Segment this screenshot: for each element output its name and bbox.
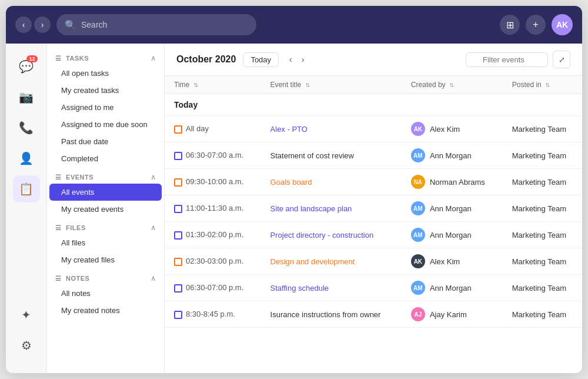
nav-completed[interactable]: Completed — [49, 150, 162, 167]
sidebar-item-contacts[interactable]: 👤 — [13, 145, 40, 172]
nav-all-files[interactable]: All files — [49, 234, 162, 251]
event-creator-cell: AM Ann Morgan — [402, 195, 503, 222]
col-posted-in: Posted in ⇅ — [503, 76, 582, 94]
table-row: 06:30-07:00 p.m. Staffing schedule AM An… — [165, 275, 582, 301]
next-month-button[interactable]: › — [298, 54, 308, 65]
avatar[interactable]: AK — [552, 14, 573, 35]
forward-button[interactable]: › — [34, 16, 51, 33]
creator-avatar: AJ — [411, 307, 425, 321]
event-title-cell: Design and development — [261, 248, 402, 275]
table-row: 01:30-02:00 p.m. Project directory - con… — [165, 222, 582, 248]
events-section-icon: ☰ — [55, 174, 62, 181]
sidebar-icons: 💬 12 📷 📞 👤 📋 ✦ ⚙ — [6, 44, 47, 373]
nav-buttons: ‹ › — [15, 16, 51, 33]
posted-sort-icon: ⇅ — [545, 82, 550, 88]
back-button[interactable]: ‹ — [15, 16, 32, 33]
event-posted-in: Marketing Team — [503, 301, 582, 328]
creator-avatar: NA — [411, 175, 425, 189]
creator-avatar: AM — [411, 228, 425, 242]
settings-icon: ⚙ — [21, 338, 32, 353]
nav-all-notes[interactable]: All notes — [49, 285, 162, 302]
creator-name: Ann Morgan — [430, 284, 472, 292]
event-time: 01:30-02:00 p.m. — [165, 222, 261, 248]
table-row: All day Alex - PTO AK Alex Kim Marketing… — [165, 116, 582, 142]
search-bar: 🔍 — [56, 14, 256, 35]
notes-section-header[interactable]: ☰ NOTES ∧ — [47, 268, 164, 285]
video-icon: 📷 — [19, 90, 34, 104]
prev-month-button[interactable]: ‹ — [286, 54, 296, 65]
event-time: 06:30-07:00 p.m. — [165, 275, 261, 301]
event-time: 09:30-10:00 a.m. — [165, 169, 261, 195]
tasks-chevron-icon: ∧ — [151, 54, 156, 62]
left-panel: ☰ TASKS ∧ All open tasks My created task… — [47, 44, 165, 373]
sidebar-item-chat[interactable]: 💬 12 — [13, 53, 40, 80]
integrations-icon: ✦ — [21, 308, 31, 322]
creator-name: Norman Abrams — [430, 178, 485, 187]
expand-button[interactable]: ⤢ — [553, 51, 570, 68]
phone-icon: 📞 — [19, 121, 34, 135]
nav-my-created-files[interactable]: My created files — [49, 251, 162, 268]
creator-name: Ann Morgan — [430, 204, 472, 213]
event-title-link[interactable]: Site and landscape plan — [270, 204, 352, 213]
today-button[interactable]: Today — [243, 52, 279, 67]
nav-my-created-events[interactable]: My created events — [49, 201, 162, 218]
sidebar-item-phone[interactable]: 📞 — [13, 114, 40, 141]
event-title-link[interactable]: Project directory - construction — [270, 231, 374, 240]
table-row: 09:30-10:00 a.m. Goals board NA Norman A… — [165, 169, 582, 195]
sidebar-item-video[interactable]: 📷 — [13, 84, 40, 111]
event-title-link[interactable]: Goals board — [270, 178, 312, 187]
nav-assigned-due-soon[interactable]: Assigned to me due soon — [49, 116, 162, 133]
nav-my-created-notes[interactable]: My created notes — [49, 302, 162, 319]
nav-past-due-date[interactable]: Past due date — [49, 133, 162, 150]
event-type-icon — [174, 152, 182, 160]
creator-name: Ann Morgan — [430, 231, 472, 240]
creator-name: Alex Kim — [430, 125, 460, 134]
nav-my-created-tasks[interactable]: My created tasks — [49, 82, 162, 99]
event-title-link[interactable]: Staffing schedule — [270, 284, 329, 292]
events-section-header[interactable]: ☰ EVENTS ∧ — [47, 167, 164, 184]
filter-area: ▽ ⤢ — [466, 51, 570, 68]
notes-section-label: NOTES — [66, 275, 89, 282]
sidebar-item-tasks[interactable]: 📋 — [13, 175, 40, 202]
grid-icon: ⊞ — [506, 19, 514, 31]
event-title-link[interactable]: Design and development — [270, 257, 355, 266]
creator-avatar: AM — [411, 201, 425, 215]
nav-all-open-tasks[interactable]: All open tasks — [49, 65, 162, 82]
event-type-icon — [174, 205, 182, 213]
sidebar-item-integrations[interactable]: ✦ — [13, 301, 40, 328]
search-input[interactable] — [81, 20, 248, 29]
topbar: ‹ › 🔍 ⊞ + AK — [6, 6, 582, 44]
tasks-section-header[interactable]: ☰ TASKS ∧ — [47, 48, 164, 65]
col-event-title: Event title ⇅ — [261, 76, 402, 94]
table-row: 02:30-03:00 p.m. Design and development … — [165, 248, 582, 275]
grid-button[interactable]: ⊞ — [500, 15, 520, 35]
filter-input[interactable] — [466, 52, 548, 67]
event-title: Isurance instructions from owner — [270, 310, 381, 319]
event-title-cell: Alex - PTO — [261, 116, 402, 142]
event-type-icon — [174, 258, 182, 266]
event-time: 11:00-11:30 a.m. — [165, 195, 261, 222]
search-icon: 🔍 — [65, 19, 76, 31]
nav-assigned-to-me[interactable]: Assigned to me — [49, 99, 162, 116]
event-title-link[interactable]: Alex - PTO — [270, 125, 308, 134]
event-creator-cell: NA Norman Abrams — [402, 169, 503, 195]
event-title-cell: Goals board — [261, 169, 402, 195]
content-header: October 2020 Today ‹ › ▽ ⤢ — [165, 44, 582, 76]
event-creator-cell: AM Ann Morgan — [402, 222, 503, 248]
nav-all-events[interactable]: All events — [49, 184, 162, 201]
sidebar-bottom: ✦ ⚙ — [13, 301, 40, 364]
files-chevron-icon: ∧ — [151, 224, 156, 232]
creator-avatar: AM — [411, 148, 425, 162]
sidebar-item-settings[interactable]: ⚙ — [13, 332, 40, 359]
creator-name: Ann Morgan — [430, 151, 472, 160]
event-type-icon — [174, 311, 182, 319]
main-area: 💬 12 📷 📞 👤 📋 ✦ ⚙ — [6, 44, 582, 373]
add-button[interactable]: + — [526, 15, 546, 35]
events-section-label: EVENTS — [66, 174, 93, 181]
creator-avatar: AK — [411, 254, 425, 268]
event-title-cell: Project directory - construction — [261, 222, 402, 248]
files-section-header[interactable]: ☰ FILES ∧ — [47, 218, 164, 234]
event-time: 8:30-8:45 p.m. — [165, 301, 261, 328]
content-area: October 2020 Today ‹ › ▽ ⤢ — [165, 44, 582, 373]
event-type-icon — [174, 178, 182, 187]
